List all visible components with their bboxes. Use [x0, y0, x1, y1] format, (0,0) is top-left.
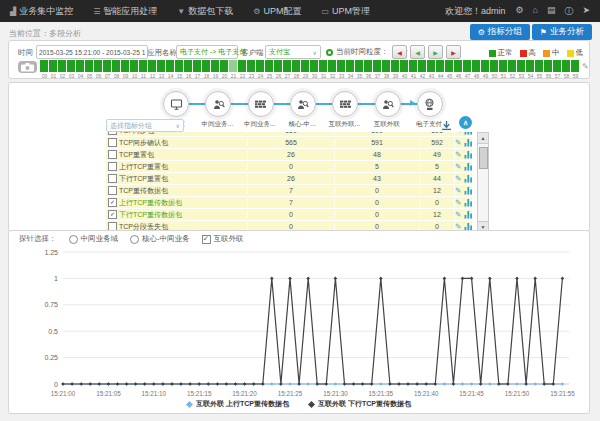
table-row[interactable]: ✓上行TCP重传数据包700✎: [106, 197, 472, 209]
time-range-input[interactable]: [36, 45, 148, 59]
client-select[interactable]: 支付宝∨: [265, 45, 321, 59]
timeline-segment[interactable]: 05: [85, 60, 94, 79]
edit-icon[interactable]: ✎: [455, 175, 461, 182]
timeline-segment[interactable]: 23: [247, 60, 256, 79]
timeline-segment[interactable]: 11: [139, 60, 148, 79]
step-far-forward-button[interactable]: ▶: [446, 45, 461, 59]
timeline-segment[interactable]: 51: [499, 60, 508, 79]
row-checkbox[interactable]: ✓: [108, 198, 117, 207]
timeline-segment[interactable]: 54: [526, 60, 535, 79]
flow-node[interactable]: [332, 91, 358, 117]
step-back-button[interactable]: ◀: [410, 45, 425, 59]
timeline-edit-icon[interactable]: ✎: [582, 62, 589, 71]
timeline-segment[interactable]: 12: [148, 60, 157, 79]
trend-icon[interactable]: [464, 210, 472, 219]
snapshot-icon[interactable]: [18, 61, 37, 73]
timeline-segment[interactable]: 20: [220, 60, 229, 79]
timeline-segment[interactable]: 36: [364, 60, 373, 79]
row-checkbox[interactable]: [108, 186, 117, 195]
legend-item[interactable]: 互联外联 上行TCP重传数据包: [187, 399, 289, 409]
timeline-segment[interactable]: 08: [112, 60, 121, 79]
timeline-segment[interactable]: 38: [382, 60, 391, 79]
timeline-segment[interactable]: 30: [310, 60, 319, 79]
collapse-icon[interactable]: ∧: [459, 116, 472, 129]
timeline-segment[interactable]: 53: [517, 60, 526, 79]
timeline-segment[interactable]: 07: [103, 60, 112, 79]
timeline-segment[interactable]: 47: [463, 60, 472, 79]
edit-icon[interactable]: ✎: [455, 199, 461, 206]
table-row[interactable]: TCP同步确认包565591592✎: [106, 137, 472, 149]
timeline-segment[interactable]: 00: [40, 60, 49, 79]
trend-icon[interactable]: [464, 138, 472, 147]
timeline-segment[interactable]: 21: [229, 60, 238, 79]
timeline-segment[interactable]: 37: [373, 60, 382, 79]
nav-item[interactable]: ▼数据包下载: [177, 5, 233, 18]
timeline-segment[interactable]: 01: [49, 60, 58, 79]
table-row[interactable]: 下行TCP重置包264344✎: [106, 173, 472, 185]
nav-item[interactable]: ☰智能应用处理: [93, 5, 157, 18]
app-select[interactable]: 电子支付 -> 电子支付∨: [176, 45, 238, 59]
timeline-segment[interactable]: 35: [355, 60, 364, 79]
flow-node[interactable]: [290, 91, 316, 117]
probe-option[interactable]: ✓互联外联: [202, 234, 244, 244]
nav-item[interactable]: ⚙UPM配置: [253, 5, 301, 18]
legend-item[interactable]: 互联外联 下行TCP重传数据包: [309, 399, 411, 409]
edit-icon[interactable]: ✎: [455, 211, 461, 218]
timeline-segment[interactable]: 27: [283, 60, 292, 79]
timeline-segment[interactable]: 34: [346, 60, 355, 79]
metric-group-button[interactable]: ⚙指标分组: [470, 24, 530, 40]
timeline-segment[interactable]: 14: [166, 60, 175, 79]
business-analysis-button[interactable]: ⚑业务分析: [532, 24, 592, 40]
scroll-up-icon[interactable]: ▲: [478, 133, 488, 144]
trend-icon[interactable]: [464, 186, 472, 195]
row-checkbox[interactable]: [108, 138, 117, 147]
timeline-segment[interactable]: 15: [175, 60, 184, 79]
timeline-segment[interactable]: 26: [274, 60, 283, 79]
timeline-segment[interactable]: 22: [238, 60, 247, 79]
trend-icon[interactable]: [464, 174, 472, 183]
timeline-segment[interactable]: 40: [400, 60, 409, 79]
timeline-segment[interactable]: 39: [391, 60, 400, 79]
trend-icon[interactable]: [464, 198, 472, 207]
trend-icon[interactable]: [464, 132, 472, 135]
timeline-segment[interactable]: 28: [292, 60, 301, 79]
row-checkbox[interactable]: [108, 174, 117, 183]
timeline-segment[interactable]: 42: [418, 60, 427, 79]
step-far-back-button[interactable]: ◀: [392, 45, 407, 59]
timeline-segment[interactable]: 45: [445, 60, 454, 79]
panels-icon[interactable]: ▤: [547, 5, 556, 18]
timeline-segment[interactable]: 03: [67, 60, 76, 79]
table-row[interactable]: TCP重传数据包7012✎: [106, 185, 472, 197]
timeline-segment[interactable]: 09: [121, 60, 130, 79]
trend-icon[interactable]: [464, 150, 472, 159]
probe-option[interactable]: 核心-中间业务: [130, 234, 190, 244]
info-icon[interactable]: ⓘ: [564, 5, 573, 18]
timeline-segment[interactable]: 33: [337, 60, 346, 79]
timeline-segment[interactable]: 50: [490, 60, 499, 79]
flow-node[interactable]: [248, 91, 274, 117]
table-row[interactable]: 上行TCP重置包055✎: [106, 161, 472, 173]
timeline-segment[interactable]: 46: [454, 60, 463, 79]
timeline-segment[interactable]: 31: [319, 60, 328, 79]
edit-icon[interactable]: ✎: [455, 163, 461, 170]
timeline-segment[interactable]: 57: [553, 60, 562, 79]
checked-checkbox-icon[interactable]: ✓: [202, 235, 211, 244]
home-icon[interactable]: ⌂: [533, 5, 538, 18]
timeline-segment[interactable]: 10: [130, 60, 139, 79]
edit-icon[interactable]: ✎: [455, 223, 461, 230]
timeline-segment[interactable]: 02: [58, 60, 67, 79]
timeline-segment[interactable]: 13: [157, 60, 166, 79]
nav-item[interactable]: ▭UPM管理: [321, 5, 370, 18]
row-checkbox[interactable]: ✓: [108, 210, 117, 219]
flow-node[interactable]: [375, 91, 401, 117]
trend-icon[interactable]: [464, 162, 472, 171]
scrollbar[interactable]: ▲ ▼: [477, 132, 489, 233]
timeline-segment[interactable]: 04: [76, 60, 85, 79]
timeline-segment[interactable]: 48: [472, 60, 481, 79]
timeline-segment[interactable]: 59: [571, 60, 580, 79]
timeline-segment[interactable]: 32: [328, 60, 337, 79]
gear-icon[interactable]: ⚙: [515, 5, 523, 18]
timeline-segment[interactable]: 24: [256, 60, 265, 79]
timeline-segment[interactable]: 52: [508, 60, 517, 79]
timeline-segment[interactable]: 44: [436, 60, 445, 79]
